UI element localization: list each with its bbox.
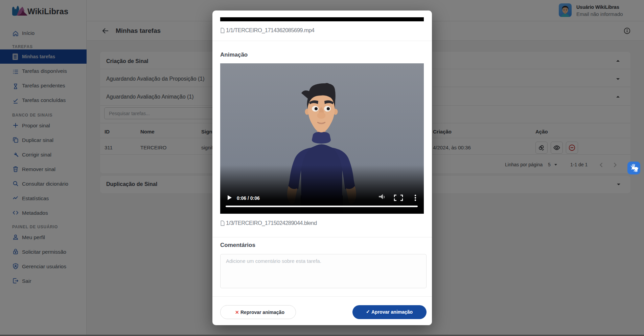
svg-text:0:06 / 0:06: 0:06 / 0:06	[237, 195, 260, 201]
